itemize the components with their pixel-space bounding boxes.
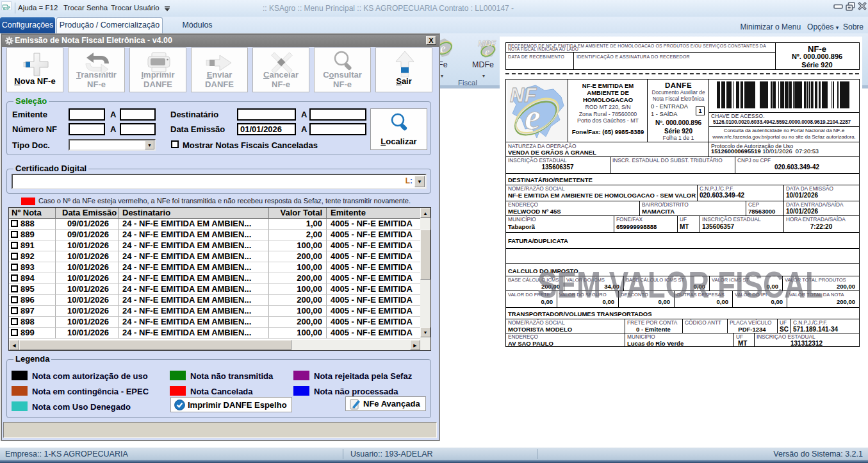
svg-text:e: e: [485, 46, 490, 58]
svg-text:e: e: [440, 41, 446, 55]
svg-text:SEM VALOR FISCAL: SEM VALOR FISCAL: [537, 268, 823, 305]
